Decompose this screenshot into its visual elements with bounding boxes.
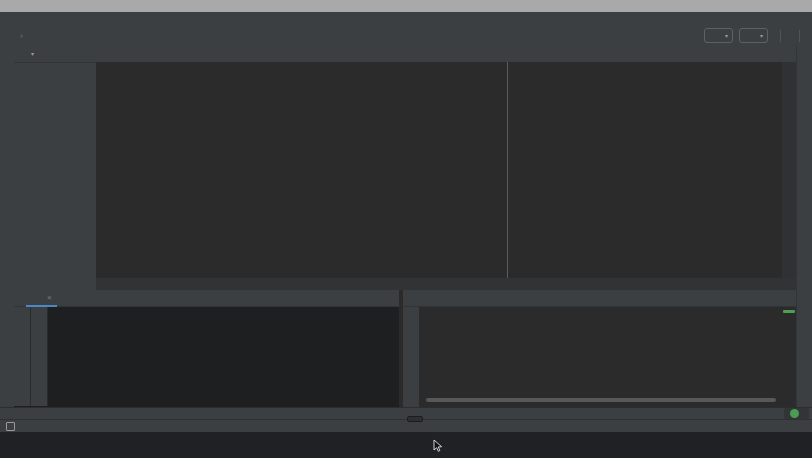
scrollbar-marker: [783, 310, 795, 313]
toolwindow-toggle-icon[interactable]: [6, 422, 15, 431]
run-toolbar-main: [14, 307, 31, 406]
editor-gutter[interactable]: [96, 62, 122, 278]
app-tooltip: [407, 416, 423, 422]
breadcrumb-separator: ›: [20, 31, 23, 41]
editor-margin-guide: [507, 62, 508, 278]
horizontal-scrollbar[interactable]: [426, 398, 776, 402]
editor-breadcrumb-bar: [96, 278, 796, 290]
run-console-output[interactable]: [48, 307, 399, 406]
system-shelf: ▼: [0, 432, 812, 458]
close-icon[interactable]: ×: [47, 293, 52, 302]
code-editor[interactable]: [96, 62, 782, 278]
toolbar-separator: [799, 30, 800, 42]
toolbar-actions: ▾ ▾: [685, 28, 812, 43]
status-bar: [0, 419, 812, 432]
mouse-cursor: [433, 439, 446, 452]
menu-bar: [0, 12, 812, 26]
notification-badge: [790, 409, 799, 418]
right-toolwindow-stripe: [796, 45, 812, 407]
android-app-icon: [709, 31, 719, 41]
editor-code-area[interactable]: [122, 62, 782, 278]
main-toolbar: › ▾ ▾: [0, 26, 812, 46]
chevron-down-icon: ▾: [760, 32, 763, 39]
project-panel-header: ▾: [14, 45, 96, 63]
project-panel: ▾: [14, 45, 97, 290]
event-log-toolwindow: [403, 290, 796, 407]
run-panel-header: ×: [14, 290, 399, 307]
run-configuration-select[interactable]: ▾: [704, 28, 733, 43]
toolwindow-bar: [0, 407, 812, 419]
editor-scrollbar-markers[interactable]: [782, 62, 796, 290]
chevron-down-icon: ▾: [31, 50, 34, 57]
toolbar-separator: [780, 30, 781, 42]
chevron-down-icon: ▾: [725, 32, 728, 39]
project-folder-icon: [4, 31, 14, 41]
android-icon: [31, 292, 41, 302]
event-log-button[interactable]: [784, 408, 809, 419]
event-log-toolbar: [403, 307, 420, 407]
device-select[interactable]: ▾: [739, 28, 768, 43]
run-toolwindow: ×: [14, 290, 399, 407]
run-toolbar-secondary: [31, 307, 48, 406]
window-titlebar: [0, 0, 812, 12]
editor-tab-bar: [96, 45, 796, 63]
navigation-breadcrumb: ›: [0, 31, 39, 41]
left-toolwindow-stripe: [0, 45, 15, 407]
project-view-icon: [17, 49, 27, 59]
device-phone-icon: [744, 31, 754, 41]
module-folder-icon: [26, 31, 36, 41]
event-log-content: [420, 307, 796, 407]
build-hammer-icon[interactable]: [685, 29, 698, 42]
run-tab-app[interactable]: ×: [26, 289, 57, 307]
event-log-header: [403, 290, 796, 307]
